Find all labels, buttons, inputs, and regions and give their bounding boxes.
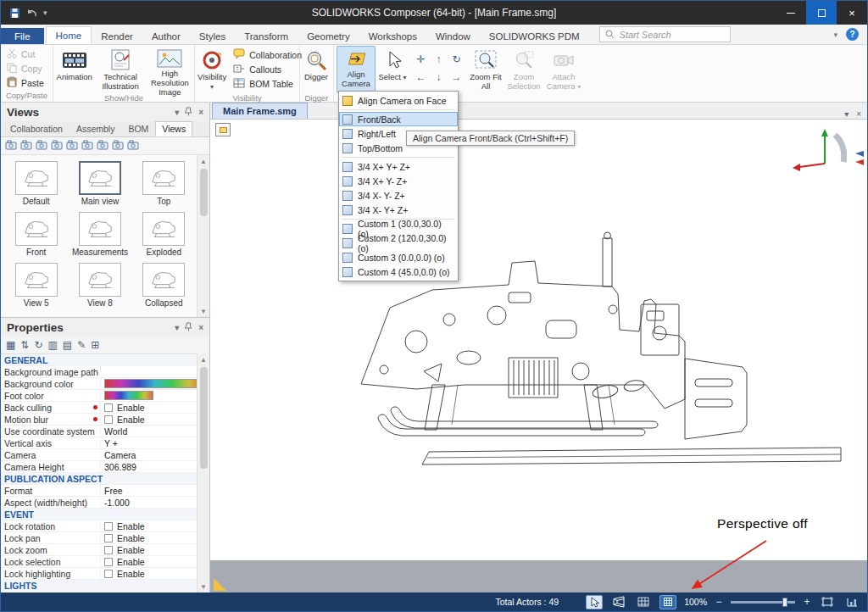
- camera-down-icon[interactable]: ↓: [431, 69, 447, 85]
- fit-view-icon[interactable]: [819, 595, 836, 609]
- properties-scrollbar-thumb[interactable]: [200, 367, 208, 469]
- prop-value[interactable]: Y +▾: [101, 437, 209, 448]
- document-tab[interactable]: Main Frame.smg: [212, 103, 308, 119]
- align-menu-item-align-camera-on-face[interactable]: Align Camera on Face: [339, 93, 458, 108]
- doc-list-icon[interactable]: ▾: [844, 109, 849, 119]
- view-item-collapsed[interactable]: Collapsed: [132, 263, 196, 308]
- visibility-button[interactable]: Visibility ▾: [196, 46, 228, 93]
- checkbox[interactable]: [104, 522, 113, 531]
- properties-close-icon[interactable]: ×: [198, 323, 203, 332]
- doc-close-icon[interactable]: ×: [856, 109, 861, 119]
- high-resolution-image-button[interactable]: High Resolution Image: [147, 46, 193, 93]
- rename-view-icon[interactable]: [51, 140, 63, 152]
- camera-rotate-icon[interactable]: ↻: [448, 51, 465, 67]
- zoom-selection-button[interactable]: Zoom Selection: [504, 46, 544, 93]
- digger-button[interactable]: Digger: [301, 46, 331, 93]
- prop-row-foot-color[interactable]: Foot color: [1, 390, 209, 402]
- prop-row-use-coordinate-system[interactable]: Use coordinate systemWorld▾: [1, 426, 209, 437]
- prop-value[interactable]: Enable: [101, 414, 209, 425]
- view-item-measurements[interactable]: Measurements: [68, 212, 131, 257]
- camera-view-icon-1[interactable]: [81, 140, 93, 152]
- technical-illustration-button[interactable]: Technical Illustration: [94, 46, 146, 93]
- undo-icon[interactable]: [26, 8, 37, 18]
- color-gradient-swatch[interactable]: [104, 379, 206, 388]
- menu-tab-home[interactable]: Home: [46, 26, 92, 44]
- statistics-icon[interactable]: [843, 595, 860, 609]
- views-panel-tab-views[interactable]: Views: [155, 121, 192, 136]
- select-tool-status-icon[interactable]: [586, 595, 603, 609]
- views-panel-tab-assembly[interactable]: Assembly: [70, 121, 122, 136]
- views-scrollbar[interactable]: ▲▼: [197, 155, 209, 317]
- menu-tab-solidworks-pdm[interactable]: SOLIDWORKS PDM: [480, 28, 589, 44]
- zoom-slider[interactable]: [731, 601, 795, 604]
- prop-value[interactable]: Enable: [101, 402, 209, 413]
- compass-handle-icon[interactable]: [854, 150, 865, 169]
- prop-value[interactable]: Camera▾: [101, 449, 209, 460]
- cut-button[interactable]: Cut: [2, 47, 40, 61]
- zoom-out-icon[interactable]: −: [715, 596, 723, 608]
- camera-view-icon-3[interactable]: [112, 140, 124, 152]
- prop-row-lock-zoom[interactable]: Lock zoomEnable: [1, 544, 209, 556]
- menu-tab-styles[interactable]: Styles: [190, 28, 235, 44]
- prop-value[interactable]: [101, 390, 209, 401]
- prop-row-camera[interactable]: CameraCamera▾: [1, 449, 209, 461]
- edit-icon[interactable]: ✎: [77, 339, 86, 351]
- zoom-in-icon[interactable]: +: [803, 596, 811, 608]
- collaboration-button[interactable]: Collaboration: [228, 47, 307, 62]
- attach-camera-button[interactable]: Attach Camera ▾: [544, 46, 583, 93]
- views-panel-tab-collaboration[interactable]: Collaboration: [3, 121, 70, 136]
- properties-scrollbar[interactable]: ▲▼: [197, 353, 209, 593]
- animation-button[interactable]: Animation: [54, 46, 94, 93]
- qat-customize-icon[interactable]: ▾: [43, 8, 47, 17]
- camera-left-icon[interactable]: ←: [413, 69, 429, 85]
- properties-menu-icon[interactable]: ▾: [175, 323, 179, 332]
- prop-value[interactable]: Enable: [101, 544, 209, 555]
- prop-value[interactable]: -1.000: [101, 497, 209, 508]
- color-gradient-swatch[interactable]: [104, 391, 153, 400]
- menu-tab-render[interactable]: Render: [92, 28, 142, 44]
- bom-table-button[interactable]: BOM Table: [228, 76, 298, 91]
- view-item-top[interactable]: Top: [132, 161, 196, 206]
- prop-row-lock-highlighting[interactable]: Lock highlightingEnable: [1, 568, 209, 580]
- view-item-front[interactable]: Front: [4, 212, 68, 257]
- views-panel-tab-bom[interactable]: BOM: [121, 121, 155, 136]
- checkbox[interactable]: [104, 534, 113, 542]
- prop-row-lock-pan[interactable]: Lock panEnable: [1, 532, 209, 544]
- menu-tab-workshops[interactable]: Workshops: [359, 28, 426, 44]
- views-scrollbar-thumb[interactable]: [200, 169, 208, 216]
- goto-view-icon[interactable]: [66, 140, 78, 152]
- camera-pan-icon[interactable]: ✛: [413, 51, 429, 67]
- properties-pin-icon[interactable]: [185, 322, 192, 333]
- prop-row-background-color[interactable]: Background color: [1, 378, 209, 390]
- prop-value[interactable]: Enable: [101, 520, 209, 531]
- grid-toggle-icon[interactable]: [635, 595, 652, 609]
- checkbox[interactable]: [104, 570, 113, 578]
- align-menu-item-custom-2-120-0-30-0-o[interactable]: Custom 2 (120.0,30.0) (o): [339, 236, 458, 250]
- zoom-fit-all-button[interactable]: Zoom Fit All: [468, 46, 504, 93]
- select-button[interactable]: Select ▾: [376, 46, 409, 93]
- prop-value[interactable]: [101, 366, 209, 377]
- prop-value[interactable]: Enable: [101, 568, 209, 579]
- view-item-default[interactable]: Default: [4, 161, 68, 206]
- paste-button[interactable]: Paste: [2, 75, 49, 90]
- perspective-toggle-icon[interactable]: [610, 595, 627, 609]
- copy-button[interactable]: Copy: [2, 61, 47, 75]
- prop-row-camera-height[interactable]: Camera Height306.989: [1, 461, 209, 473]
- camera-right-icon[interactable]: →: [448, 69, 465, 85]
- view-item-view-8[interactable]: View 8: [68, 263, 131, 308]
- prop-row-background-image-path[interactable]: Background image path: [1, 366, 209, 378]
- views-close-icon[interactable]: ×: [198, 108, 203, 117]
- camera-up-icon[interactable]: ↑: [431, 51, 447, 67]
- align-menu-item-custom-3-0-0-0-0-o[interactable]: Custom 3 (0.0,0.0) (o): [339, 250, 458, 264]
- align-menu-item-front-back[interactable]: Front/Back: [339, 112, 458, 126]
- checkbox[interactable]: [104, 558, 113, 566]
- menu-tab-file[interactable]: File: [1, 28, 44, 44]
- align-menu-item-3-4-x-y-z[interactable]: 3/4 X+ Y- Z+: [339, 174, 458, 188]
- views-pin-icon[interactable]: [185, 107, 192, 118]
- view-item-exploded[interactable]: Exploded: [132, 212, 196, 257]
- callouts-button[interactable]: Callouts: [228, 62, 287, 76]
- checkbox[interactable]: [104, 415, 113, 424]
- ribbon-collapse-icon[interactable]: ▾: [833, 31, 837, 39]
- align-menu-item-3-4-x-y-z[interactable]: 3/4 X- Y- Z+: [339, 188, 458, 203]
- view-item-main-view[interactable]: Main view: [68, 161, 131, 206]
